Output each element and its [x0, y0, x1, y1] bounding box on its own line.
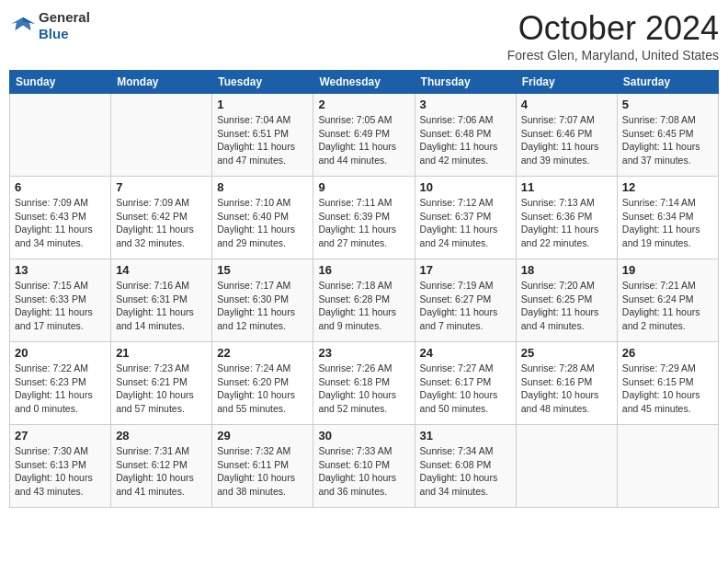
calendar-cell — [617, 425, 718, 508]
day-number: 25 — [521, 346, 612, 360]
calendar-cell: 27Sunrise: 7:30 AMSunset: 6:13 PMDayligh… — [10, 425, 111, 508]
calendar-cell: 10Sunrise: 7:12 AMSunset: 6:37 PMDayligh… — [415, 177, 516, 259]
calendar-cell: 24Sunrise: 7:27 AMSunset: 6:17 PMDayligh… — [415, 342, 516, 425]
day-number: 2 — [318, 98, 409, 111]
calendar-cell: 29Sunrise: 7:32 AMSunset: 6:11 PMDayligh… — [212, 425, 313, 508]
day-info: Sunrise: 7:24 AMSunset: 6:20 PMDaylight:… — [217, 362, 308, 416]
day-info: Sunrise: 7:28 AMSunset: 6:16 PMDaylight:… — [521, 362, 612, 416]
day-number: 8 — [217, 180, 308, 194]
day-info: Sunrise: 7:09 AMSunset: 6:43 PMDaylight:… — [15, 196, 106, 250]
calendar-cell: 4Sunrise: 7:07 AMSunset: 6:46 PMDaylight… — [516, 94, 617, 177]
day-number: 28 — [116, 429, 207, 442]
calendar-week-row: 27Sunrise: 7:30 AMSunset: 6:13 PMDayligh… — [10, 425, 719, 508]
calendar-cell: 16Sunrise: 7:18 AMSunset: 6:28 PMDayligh… — [313, 259, 415, 342]
day-info: Sunrise: 7:31 AMSunset: 6:12 PMDaylight:… — [116, 444, 207, 499]
day-info: Sunrise: 7:14 AMSunset: 6:34 PMDaylight:… — [622, 196, 713, 250]
calendar-cell: 25Sunrise: 7:28 AMSunset: 6:16 PMDayligh… — [516, 342, 617, 425]
day-info: Sunrise: 7:12 AMSunset: 6:37 PMDaylight:… — [420, 196, 511, 250]
day-info: Sunrise: 7:19 AMSunset: 6:27 PMDaylight:… — [420, 279, 511, 333]
calendar-header: Sunday Monday Tuesday Wednesday Thursday… — [10, 71, 719, 94]
calendar-cell: 7Sunrise: 7:09 AMSunset: 6:42 PMDaylight… — [111, 177, 212, 259]
calendar-cell: 31Sunrise: 7:34 AMSunset: 6:08 PMDayligh… — [415, 425, 516, 508]
calendar-cell: 18Sunrise: 7:20 AMSunset: 6:25 PMDayligh… — [516, 259, 617, 342]
day-number: 6 — [15, 180, 106, 194]
calendar-cell: 28Sunrise: 7:31 AMSunset: 6:12 PMDayligh… — [111, 425, 212, 508]
day-number: 17 — [420, 263, 511, 277]
day-number: 7 — [116, 180, 207, 194]
day-number: 26 — [622, 346, 713, 360]
page-header: General Blue October 2024 Forest Glen, M… — [9, 9, 719, 63]
day-number: 11 — [521, 180, 612, 194]
calendar-cell: 22Sunrise: 7:24 AMSunset: 6:20 PMDayligh… — [212, 342, 313, 425]
logo-text: General Blue — [39, 9, 90, 42]
calendar-cell: 15Sunrise: 7:17 AMSunset: 6:30 PMDayligh… — [212, 259, 313, 342]
calendar-cell: 17Sunrise: 7:19 AMSunset: 6:27 PMDayligh… — [415, 259, 516, 342]
day-info: Sunrise: 7:08 AMSunset: 6:45 PMDaylight:… — [622, 113, 713, 167]
header-row: Sunday Monday Tuesday Wednesday Thursday… — [10, 71, 719, 94]
col-thursday: Thursday — [415, 71, 516, 94]
calendar-cell: 21Sunrise: 7:23 AMSunset: 6:21 PMDayligh… — [111, 342, 212, 425]
day-info: Sunrise: 7:07 AMSunset: 6:46 PMDaylight:… — [521, 113, 612, 167]
calendar-cell — [516, 425, 617, 508]
calendar-cell: 3Sunrise: 7:06 AMSunset: 6:48 PMDaylight… — [415, 94, 516, 177]
day-number: 22 — [217, 346, 308, 360]
day-number: 4 — [521, 98, 612, 111]
calendar-week-row: 6Sunrise: 7:09 AMSunset: 6:43 PMDaylight… — [10, 177, 719, 259]
day-info: Sunrise: 7:13 AMSunset: 6:36 PMDaylight:… — [521, 196, 612, 250]
col-tuesday: Tuesday — [212, 71, 313, 94]
day-info: Sunrise: 7:16 AMSunset: 6:31 PMDaylight:… — [116, 279, 207, 333]
title-area: October 2024 Forest Glen, Maryland, Unit… — [507, 9, 719, 63]
day-info: Sunrise: 7:21 AMSunset: 6:24 PMDaylight:… — [622, 279, 713, 333]
day-number: 10 — [420, 180, 511, 194]
day-info: Sunrise: 7:32 AMSunset: 6:11 PMDaylight:… — [217, 444, 308, 499]
calendar-cell — [111, 94, 212, 177]
day-info: Sunrise: 7:04 AMSunset: 6:51 PMDaylight:… — [217, 113, 308, 167]
col-wednesday: Wednesday — [313, 71, 415, 94]
day-number: 30 — [318, 429, 409, 442]
day-number: 20 — [15, 346, 106, 360]
day-number: 9 — [318, 180, 409, 194]
day-number: 16 — [318, 263, 409, 277]
day-number: 18 — [521, 263, 612, 277]
day-number: 13 — [15, 263, 106, 277]
day-number: 31 — [420, 429, 511, 442]
calendar-cell: 14Sunrise: 7:16 AMSunset: 6:31 PMDayligh… — [111, 259, 212, 342]
day-info: Sunrise: 7:17 AMSunset: 6:30 PMDaylight:… — [217, 279, 308, 333]
day-info: Sunrise: 7:05 AMSunset: 6:49 PMDaylight:… — [318, 113, 409, 167]
calendar-cell: 9Sunrise: 7:11 AMSunset: 6:39 PMDaylight… — [313, 177, 415, 259]
day-info: Sunrise: 7:27 AMSunset: 6:17 PMDaylight:… — [420, 362, 511, 416]
col-monday: Monday — [111, 71, 212, 94]
calendar-cell: 30Sunrise: 7:33 AMSunset: 6:10 PMDayligh… — [313, 425, 415, 508]
day-info: Sunrise: 7:26 AMSunset: 6:18 PMDaylight:… — [318, 362, 409, 416]
day-number: 12 — [622, 180, 713, 194]
day-number: 14 — [116, 263, 207, 277]
day-number: 23 — [318, 346, 409, 360]
day-number: 29 — [217, 429, 308, 442]
month-title: October 2024 — [507, 9, 719, 48]
calendar-cell: 2Sunrise: 7:05 AMSunset: 6:49 PMDaylight… — [313, 94, 415, 177]
calendar-cell: 26Sunrise: 7:29 AMSunset: 6:15 PMDayligh… — [617, 342, 718, 425]
day-info: Sunrise: 7:09 AMSunset: 6:42 PMDaylight:… — [116, 196, 207, 250]
day-number: 15 — [217, 263, 308, 277]
day-info: Sunrise: 7:33 AMSunset: 6:10 PMDaylight:… — [318, 444, 409, 499]
calendar-week-row: 13Sunrise: 7:15 AMSunset: 6:33 PMDayligh… — [10, 259, 719, 342]
calendar-week-row: 20Sunrise: 7:22 AMSunset: 6:23 PMDayligh… — [10, 342, 719, 425]
calendar-cell: 23Sunrise: 7:26 AMSunset: 6:18 PMDayligh… — [313, 342, 415, 425]
day-info: Sunrise: 7:06 AMSunset: 6:48 PMDaylight:… — [420, 113, 511, 167]
col-friday: Friday — [516, 71, 617, 94]
calendar-cell: 12Sunrise: 7:14 AMSunset: 6:34 PMDayligh… — [617, 177, 718, 259]
day-info: Sunrise: 7:29 AMSunset: 6:15 PMDaylight:… — [622, 362, 713, 416]
calendar-cell: 13Sunrise: 7:15 AMSunset: 6:33 PMDayligh… — [10, 259, 111, 342]
day-info: Sunrise: 7:20 AMSunset: 6:25 PMDaylight:… — [521, 279, 612, 333]
calendar-body: 1Sunrise: 7:04 AMSunset: 6:51 PMDaylight… — [10, 94, 719, 508]
col-sunday: Sunday — [10, 71, 111, 94]
calendar-cell: 6Sunrise: 7:09 AMSunset: 6:43 PMDaylight… — [10, 177, 111, 259]
day-info: Sunrise: 7:10 AMSunset: 6:40 PMDaylight:… — [217, 196, 308, 250]
day-number: 27 — [15, 429, 106, 442]
calendar-cell: 20Sunrise: 7:22 AMSunset: 6:23 PMDayligh… — [10, 342, 111, 425]
col-saturday: Saturday — [617, 71, 718, 94]
day-number: 21 — [116, 346, 207, 360]
logo-bird-icon — [9, 15, 37, 33]
day-info: Sunrise: 7:18 AMSunset: 6:28 PMDaylight:… — [318, 279, 409, 333]
day-number: 1 — [217, 98, 308, 111]
